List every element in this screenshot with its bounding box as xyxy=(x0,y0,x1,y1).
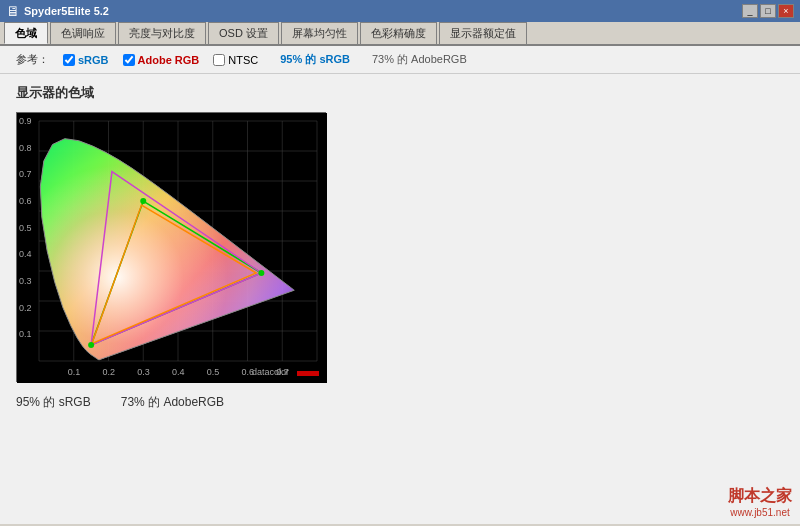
watermark-line1: 脚本之家 xyxy=(728,486,792,507)
reference-row: 参考： sRGB Adobe RGB NTSC 95% 的 sRGB 73% 的… xyxy=(0,46,800,74)
main-content: 显示器的色域 95% 的 sRGB 73% 的 AdobeRGB xyxy=(0,74,800,524)
app-icon: 🖥 xyxy=(6,3,20,19)
bottom-label-adobe: 73% 的 AdobeRGB xyxy=(121,394,224,411)
adobe-rgb-label: Adobe RGB xyxy=(138,54,200,66)
tab-gamut[interactable]: 色域 xyxy=(4,22,48,44)
tab-bar: 色域 色调响应 亮度与对比度 OSD 设置 屏幕均匀性 色彩精确度 显示器额定值 xyxy=(0,22,800,46)
adobe-rgb-checkbox[interactable] xyxy=(123,54,135,66)
close-button[interactable]: × xyxy=(778,4,794,18)
ntsc-checkbox[interactable] xyxy=(213,54,225,66)
watermark: 脚本之家 www.jb51.net xyxy=(728,486,792,518)
tab-tone[interactable]: 色调响应 xyxy=(50,22,116,44)
bottom-label-srgb: 95% 的 sRGB xyxy=(16,394,91,411)
tab-target[interactable]: 显示器额定值 xyxy=(439,22,527,44)
reference-label: 参考： xyxy=(16,52,49,67)
coverage-srgb: 95% 的 sRGB xyxy=(280,52,350,67)
srgb-checkbox-label[interactable]: sRGB xyxy=(63,54,109,66)
watermark-line2: www.jb51.net xyxy=(728,507,792,518)
coverage-adobe: 73% 的 AdobeRGB xyxy=(372,52,467,67)
title-bar-controls: _ □ × xyxy=(742,4,794,18)
ntsc-label: NTSC xyxy=(228,54,258,66)
bottom-labels: 95% 的 sRGB 73% 的 AdobeRGB xyxy=(16,394,784,411)
title-bar-text: Spyder5Elite 5.2 xyxy=(24,5,109,17)
ntsc-checkbox-label[interactable]: NTSC xyxy=(213,54,258,66)
title-bar: 🖥 Spyder5Elite 5.2 _ □ × xyxy=(0,0,800,22)
adobe-rgb-checkbox-label[interactable]: Adobe RGB xyxy=(123,54,200,66)
section-title: 显示器的色域 xyxy=(16,84,784,102)
maximize-button[interactable]: □ xyxy=(760,4,776,18)
srgb-label: sRGB xyxy=(78,54,109,66)
tab-color-accuracy[interactable]: 色彩精确度 xyxy=(360,22,437,44)
srgb-checkbox[interactable] xyxy=(63,54,75,66)
tab-uniformity[interactable]: 屏幕均匀性 xyxy=(281,22,358,44)
tab-osd[interactable]: OSD 设置 xyxy=(208,22,279,44)
gamut-chart xyxy=(16,112,326,382)
minimize-button[interactable]: _ xyxy=(742,4,758,18)
tab-brightness[interactable]: 亮度与对比度 xyxy=(118,22,206,44)
